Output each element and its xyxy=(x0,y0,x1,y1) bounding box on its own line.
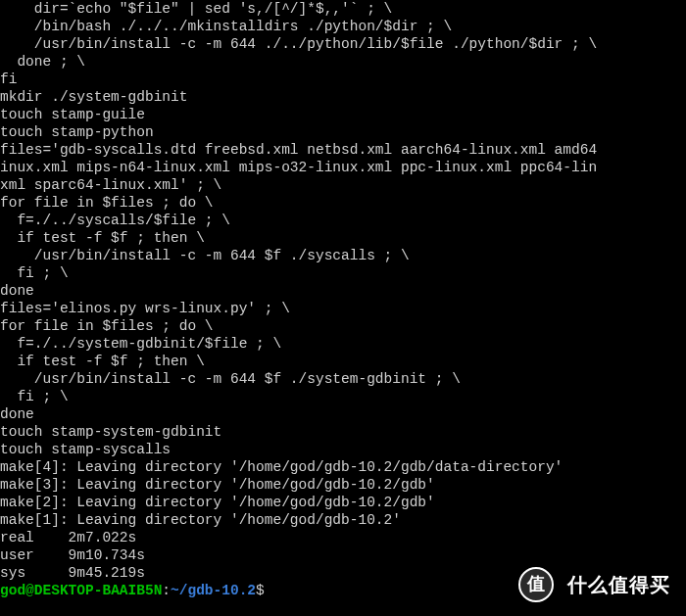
terminal-line: xml sparc64-linux.xml' ; \ xyxy=(0,176,686,194)
terminal-line: touch stamp-system-gdbinit xyxy=(0,423,686,441)
terminal-line: /usr/bin/install -c -m 644 ./../python/l… xyxy=(0,35,686,53)
terminal-line: for file in $files ; do \ xyxy=(0,194,686,212)
prompt-at: @ xyxy=(25,583,34,598)
terminal-line: touch stamp-guile xyxy=(0,106,686,123)
terminal-line: make[4]: Leaving directory '/home/god/gd… xyxy=(0,458,686,476)
terminal-line: fi ; \ xyxy=(0,264,686,282)
terminal-line: make[1]: Leaving directory '/home/god/gd… xyxy=(0,511,686,529)
terminal-line: done xyxy=(0,405,686,423)
terminal-line: for file in $files ; do \ xyxy=(0,317,686,335)
terminal-line: if test -f $f ; then \ xyxy=(0,353,686,370)
terminal-output[interactable]: dir=`echo "$file" | sed 's,/[^/]*$,,'` ;… xyxy=(0,0,686,582)
watermark-icon: 值 xyxy=(518,567,554,602)
terminal-line: f=./../system-gdbinit/$file ; \ xyxy=(0,335,686,353)
terminal-line: make[2]: Leaving directory '/home/god/gd… xyxy=(0,494,686,511)
terminal-line: files='elinos.py wrs-linux.py' ; \ xyxy=(0,300,686,317)
terminal-line: files='gdb-syscalls.dtd freebsd.xml netb… xyxy=(0,141,686,159)
terminal-line: dir=`echo "$file" | sed 's,/[^/]*$,,'` ;… xyxy=(0,0,686,18)
prompt-path: ~/gdb-10.2 xyxy=(171,583,256,598)
watermark-text: 什么值得买 xyxy=(560,572,678,597)
prompt-colon: : xyxy=(162,583,171,598)
terminal-line: mkdir ./system-gdbinit xyxy=(0,88,686,106)
terminal-line: inux.xml mips-n64-linux.xml mips-o32-lin… xyxy=(0,159,686,176)
terminal-line: done xyxy=(0,282,686,300)
terminal-line: f=./../syscalls/$file ; \ xyxy=(0,212,686,229)
terminal-line: make[3]: Leaving directory '/home/god/gd… xyxy=(0,476,686,494)
terminal-line: /usr/bin/install -c -m 644 $f ./syscalls… xyxy=(0,247,686,264)
terminal-line: /bin/bash ./../../mkinstalldirs ./python… xyxy=(0,18,686,35)
cursor xyxy=(265,584,272,598)
terminal-line: touch stamp-syscalls xyxy=(0,441,686,458)
terminal-line: fi ; \ xyxy=(0,388,686,405)
terminal-line: user 9m10.734s xyxy=(0,546,686,564)
terminal-line: /usr/bin/install -c -m 644 $f ./system-g… xyxy=(0,370,686,388)
terminal-line: if test -f $f ; then \ xyxy=(0,229,686,247)
prompt-dollar: $ xyxy=(256,583,265,598)
terminal-line: touch stamp-python xyxy=(0,123,686,141)
prompt-user: god xyxy=(0,583,25,598)
terminal-line: fi xyxy=(0,71,686,88)
terminal-line: done ; \ xyxy=(0,53,686,71)
prompt-host: DESKTOP-BAAIB5N xyxy=(34,583,163,598)
watermark-badge: 值 什么值得买 xyxy=(518,567,678,602)
terminal-line: real 2m7.022s xyxy=(0,529,686,546)
